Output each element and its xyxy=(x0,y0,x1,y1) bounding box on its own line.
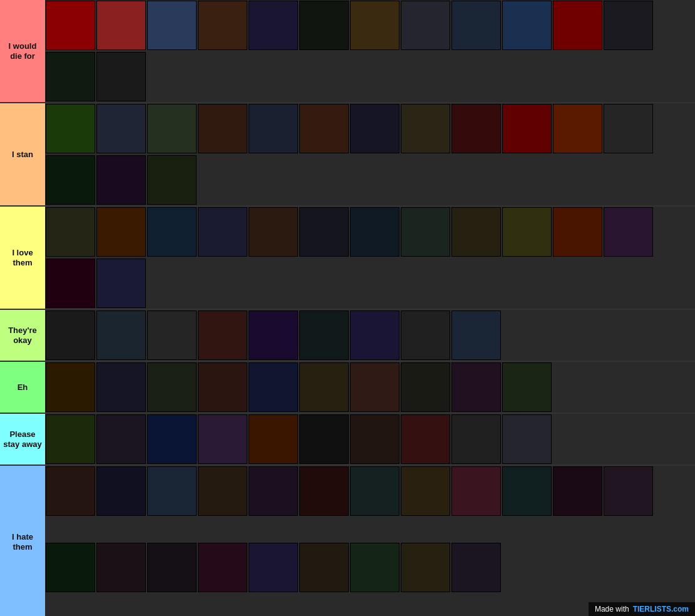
char-card[interactable] xyxy=(96,311,146,360)
tier-row-love: I love them xyxy=(0,207,695,310)
char-card[interactable] xyxy=(502,466,552,516)
char-card[interactable] xyxy=(553,466,602,516)
tier-content-stan xyxy=(45,103,695,205)
char-card[interactable] xyxy=(350,1,399,50)
char-card[interactable] xyxy=(198,207,247,257)
char-card[interactable] xyxy=(401,1,450,50)
char-card[interactable] xyxy=(350,414,399,464)
char-card[interactable] xyxy=(96,104,146,153)
char-card[interactable] xyxy=(502,104,552,153)
char-card[interactable] xyxy=(401,543,450,592)
char-card[interactable] xyxy=(451,207,501,257)
char-card[interactable] xyxy=(46,207,95,257)
tier-row-die-for: I would die for xyxy=(0,0,695,103)
char-card[interactable] xyxy=(604,1,653,50)
char-card[interactable] xyxy=(198,1,247,50)
char-card[interactable] xyxy=(46,466,95,516)
char-card[interactable] xyxy=(46,543,95,592)
char-card[interactable] xyxy=(451,543,501,592)
tier-content-love xyxy=(45,207,695,309)
char-card[interactable] xyxy=(96,466,146,516)
char-card[interactable] xyxy=(299,1,349,50)
char-card[interactable] xyxy=(96,543,146,592)
char-card[interactable] xyxy=(46,259,95,308)
tier-content-die-for xyxy=(45,0,695,102)
char-card[interactable] xyxy=(249,1,298,50)
char-card[interactable] xyxy=(502,207,552,257)
footer-brand: TIERLISTS.com xyxy=(633,605,689,613)
char-card[interactable] xyxy=(46,1,95,50)
char-card[interactable] xyxy=(350,104,399,153)
char-card[interactable] xyxy=(147,207,197,257)
char-card[interactable] xyxy=(299,466,349,516)
char-card[interactable] xyxy=(502,1,552,50)
char-card[interactable] xyxy=(451,362,501,412)
char-card[interactable] xyxy=(198,104,247,153)
char-card[interactable] xyxy=(198,466,247,516)
char-card[interactable] xyxy=(249,362,298,412)
char-card[interactable] xyxy=(401,207,450,257)
char-card[interactable] xyxy=(350,362,399,412)
char-card[interactable] xyxy=(46,311,95,360)
char-card[interactable] xyxy=(147,155,197,205)
char-card[interactable] xyxy=(299,104,349,153)
char-card[interactable] xyxy=(451,414,501,464)
char-card[interactable] xyxy=(299,207,349,257)
char-card[interactable] xyxy=(604,466,653,516)
char-card[interactable] xyxy=(502,414,552,464)
char-card[interactable] xyxy=(401,104,450,153)
char-card[interactable] xyxy=(96,1,146,50)
char-card[interactable] xyxy=(96,207,146,257)
char-card[interactable] xyxy=(401,466,450,516)
char-card[interactable] xyxy=(96,414,146,464)
char-card[interactable] xyxy=(299,543,349,592)
char-card[interactable] xyxy=(147,543,197,592)
char-card[interactable] xyxy=(249,311,298,360)
char-card[interactable] xyxy=(249,207,298,257)
char-card[interactable] xyxy=(350,207,399,257)
char-card[interactable] xyxy=(451,104,501,153)
char-card[interactable] xyxy=(249,543,298,592)
char-card[interactable] xyxy=(147,311,197,360)
char-card[interactable] xyxy=(96,259,146,308)
char-card[interactable] xyxy=(46,52,95,101)
char-card[interactable] xyxy=(451,311,501,360)
char-card[interactable] xyxy=(198,414,247,464)
char-card[interactable] xyxy=(299,414,349,464)
char-card[interactable] xyxy=(249,104,298,153)
char-card[interactable] xyxy=(401,362,450,412)
char-card[interactable] xyxy=(553,207,602,257)
char-card[interactable] xyxy=(401,311,450,360)
char-card[interactable] xyxy=(147,466,197,516)
char-card[interactable] xyxy=(299,362,349,412)
char-card[interactable] xyxy=(249,466,298,516)
char-card[interactable] xyxy=(147,414,197,464)
char-card[interactable] xyxy=(46,362,95,412)
char-card[interactable] xyxy=(249,414,298,464)
char-card[interactable] xyxy=(46,104,95,153)
char-card[interactable] xyxy=(350,543,399,592)
char-card[interactable] xyxy=(147,104,197,153)
char-card[interactable] xyxy=(198,311,247,360)
char-card[interactable] xyxy=(401,414,450,464)
char-card[interactable] xyxy=(350,311,399,360)
char-card[interactable] xyxy=(96,155,146,205)
char-card[interactable] xyxy=(96,362,146,412)
char-card[interactable] xyxy=(299,311,349,360)
char-card[interactable] xyxy=(350,466,399,516)
char-card[interactable] xyxy=(147,1,197,50)
char-card[interactable] xyxy=(553,104,602,153)
char-card[interactable] xyxy=(451,466,501,516)
char-card[interactable] xyxy=(46,155,95,205)
char-card[interactable] xyxy=(502,362,552,412)
char-card[interactable] xyxy=(604,207,653,257)
char-card[interactable] xyxy=(46,414,95,464)
char-card[interactable] xyxy=(451,1,501,50)
char-card[interactable] xyxy=(147,362,197,412)
char-card[interactable] xyxy=(604,104,653,153)
char-card[interactable] xyxy=(96,52,146,101)
char-card[interactable] xyxy=(553,1,602,50)
char-card[interactable] xyxy=(198,543,247,592)
char-card[interactable] xyxy=(198,362,247,412)
tier-label-hate: I hate them xyxy=(0,466,45,616)
